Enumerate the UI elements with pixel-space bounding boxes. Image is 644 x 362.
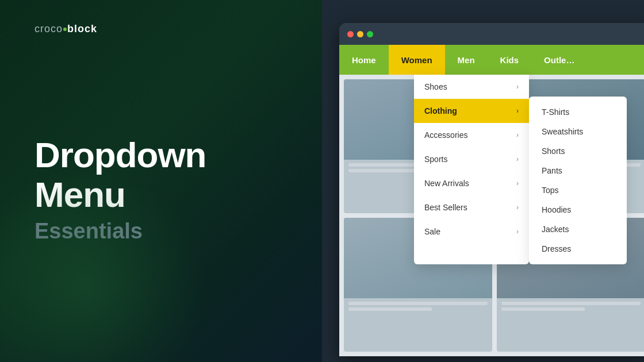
logo: crocoblock (34, 23, 97, 35)
dropdown-item-label: Best Sellers (424, 203, 467, 212)
dropdown-item-label: Accessories (424, 130, 467, 140)
dropdown-sub-item-tshirts[interactable]: T-Shirts (529, 102, 627, 122)
dropdown-sub-item-pants[interactable]: Pants (529, 161, 627, 180)
chevron-right-icon: › (516, 107, 519, 115)
chevron-right-icon: › (516, 179, 519, 187)
tile-line (501, 302, 641, 305)
sub-title: Essentials (34, 219, 288, 244)
nav-item-men[interactable]: Men (445, 45, 488, 75)
dropdown-level-1: Shoes › Clothing › Accessories › Sports … (414, 75, 529, 264)
nav-item-home[interactable]: Home (339, 45, 389, 75)
dropdown-item-clothing[interactable]: Clothing › (414, 99, 529, 123)
logo-dot (63, 28, 67, 31)
dropdown-sub-item-sweatshirts[interactable]: Sweatshirts (529, 122, 627, 141)
main-title: DropdownMenu (34, 136, 288, 214)
nav-item-kids[interactable]: Kids (488, 45, 532, 75)
dropdown-overlay: Shoes › Clothing › Accessories › Sports … (414, 75, 627, 264)
dropdown-item-sports[interactable]: Sports › (414, 147, 529, 171)
chevron-right-icon: › (516, 203, 519, 211)
logo-croco: croco (34, 23, 63, 35)
tile-line-short (348, 307, 432, 311)
dropdown-level-2: T-Shirts Sweatshirts Shorts Pants Tops H… (529, 97, 627, 264)
dropdown-item-label: Sports (424, 155, 447, 164)
nav-bar: Home Women Men Kids Outle… (339, 45, 644, 75)
dropdown-item-new-arrivals[interactable]: New Arrivals › (414, 171, 529, 195)
browser-close-dot[interactable] (347, 31, 354, 37)
browser-maximize-dot[interactable] (367, 31, 373, 37)
browser-minimize-dot[interactable] (357, 31, 363, 37)
nav-item-outlet[interactable]: Outle… (531, 45, 587, 75)
tile-lines-4 (497, 298, 644, 317)
dropdown-sub-item-dresses[interactable]: Dresses (529, 239, 627, 259)
dropdown-item-label: New Arrivals (424, 179, 469, 188)
logo-block: block (67, 23, 97, 35)
dropdown-item-sale[interactable]: Sale › (414, 219, 529, 244)
chevron-right-icon: › (516, 228, 519, 236)
tile-line (348, 302, 488, 305)
tile-line-short (501, 307, 585, 311)
browser-window: Home Women Men Kids Outle… (339, 23, 644, 356)
left-panel: crocoblock DropdownMenu Essentials (0, 0, 322, 362)
dropdown-item-label: Sale (424, 227, 440, 236)
chevron-right-icon: › (516, 131, 519, 139)
dropdown-item-label: Clothing (424, 106, 457, 115)
dropdown-sub-item-shorts[interactable]: Shorts (529, 141, 627, 161)
dropdown-sub-item-hoodies[interactable]: Hoodies (529, 200, 627, 219)
tile-lines-3 (344, 298, 492, 317)
dropdown-item-accessories[interactable]: Accessories › (414, 123, 529, 147)
browser-inner: Home Women Men Kids Outle… (339, 45, 644, 356)
dropdown-item-shoes[interactable]: Shoes › (414, 75, 529, 99)
dropdown-sub-item-tops[interactable]: Tops (529, 180, 627, 200)
dropdown-item-best-sellers[interactable]: Best Sellers › (414, 195, 529, 219)
chevron-right-icon: › (516, 83, 519, 91)
chevron-right-icon: › (516, 155, 519, 163)
dropdown-sub-item-jackets[interactable]: Jackets (529, 219, 627, 239)
dropdown-item-label: Shoes (424, 82, 447, 91)
right-panel: Home Women Men Kids Outle… (322, 0, 644, 362)
nav-item-women[interactable]: Women (389, 45, 445, 75)
browser-topbar (339, 23, 644, 45)
